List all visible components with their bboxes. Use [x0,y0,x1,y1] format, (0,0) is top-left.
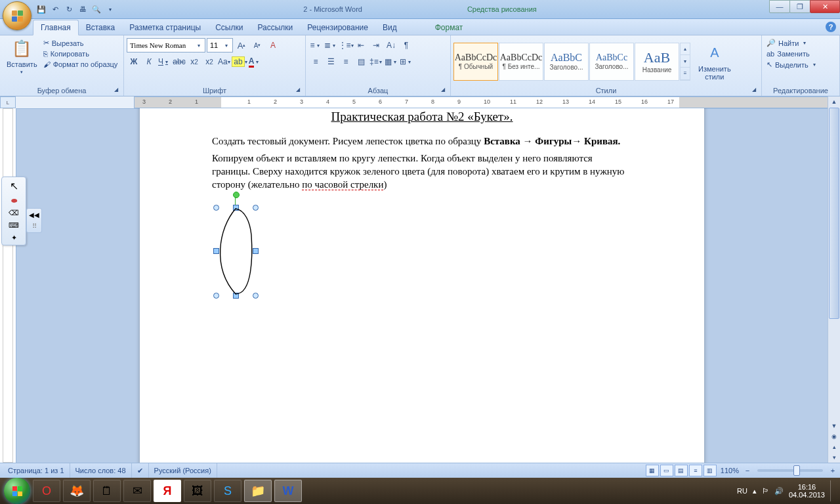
petal-shape[interactable] [212,196,264,307]
view-draft[interactable]: ▥ [704,465,717,476]
tab-home[interactable]: Главная [33,20,79,35]
tab-view[interactable]: Вид [375,20,404,35]
tray-lang[interactable]: RU [737,487,747,495]
clear-format-button[interactable]: A [266,38,280,52]
task-opera[interactable]: O [33,480,60,502]
decrease-indent-button[interactable]: ⇤ [354,38,368,52]
style-title[interactable]: AaBНазвание [635,43,679,81]
find-button[interactable]: 🔎Найти▾ [765,38,810,48]
tab-format[interactable]: Формат [428,20,471,35]
task-firefox[interactable]: 🦊 [63,480,91,502]
view-print-layout[interactable]: ▦ [646,465,659,476]
task-word[interactable]: W [274,480,302,502]
brush-tool-icon[interactable]: ⬬ [11,196,17,205]
status-page[interactable]: Страница: 1 из 1 [3,463,70,478]
tab-review[interactable]: Рецензирование [300,20,375,35]
line-spacing-button[interactable]: ‡≡▾ [369,54,383,69]
qat-preview-icon[interactable]: 🔍 [91,3,102,15]
qat-undo-icon[interactable]: ↶ [49,3,61,15]
view-web[interactable]: ▤ [675,465,688,476]
font-size-combo[interactable]: 11▾ [207,38,233,52]
italic-button[interactable]: К [142,54,156,69]
shrink-font-button[interactable]: A▾ [250,38,264,52]
scroll-down-icon[interactable]: ▼ [828,421,840,431]
vertical-scrollbar[interactable]: ▲ ▼ ◉ ▴ ▾ [828,96,840,463]
style-nospacing[interactable]: AaBbCcDc¶ Без инте... [499,43,543,81]
styles-gallery[interactable]: AaBbCcDc¶ Обычный AaBbCcDc¶ Без инте... … [453,43,690,81]
shading-button[interactable]: ▦▾ [384,54,398,69]
selected-shape[interactable] [212,196,632,327]
highlight-button[interactable]: ab▾ [232,54,247,69]
font-name-combo[interactable]: Times New Roman▾ [127,38,205,52]
replace-button[interactable]: abЗаменить [765,49,812,58]
style-heading1[interactable]: AaBbCЗаголово... [544,43,589,81]
qat-more-icon[interactable]: ▾ [104,3,116,15]
tab-layout[interactable]: Разметка страницы [122,20,208,35]
zoom-thumb[interactable] [793,465,800,476]
floating-side-toolbar[interactable]: ◀◀ ⠿ [26,208,42,233]
superscript-button[interactable]: x2 [202,54,217,69]
cut-button[interactable]: ✂Вырезать [41,38,120,48]
clipboard-launcher-icon[interactable]: ◢ [113,87,119,93]
format-painter-button[interactable]: 🖌Формат по образцу [41,60,120,69]
align-left-button[interactable]: ≡ [308,54,323,69]
qat-print-icon[interactable]: 🖶 [77,3,89,15]
justify-button[interactable]: ▤ [354,54,368,69]
status-words[interactable]: Число слов: 48 [70,463,132,478]
show-desktop-button[interactable] [830,480,836,501]
multilevel-button[interactable]: ⋮≡▾ [339,38,353,52]
sort-button[interactable]: A↓ [384,38,398,52]
style-heading2[interactable]: AaBbCcЗаголово... [589,43,634,81]
browse-object-icon[interactable]: ◉ [828,431,840,442]
change-case-button[interactable]: Aa▾ [217,54,232,69]
tab-mailings[interactable]: Рассылки [250,20,300,35]
increase-indent-button[interactable]: ⇥ [369,38,383,52]
font-color-button[interactable]: A▾ [247,54,262,69]
horizontal-ruler[interactable]: 321 123 456 789 101112 131415 1617 [16,96,828,109]
task-explorer[interactable]: 📁 [244,480,272,502]
zoom-in-button[interactable]: + [828,467,837,474]
bold-button[interactable]: Ж [127,54,141,69]
view-outline[interactable]: ≡ [689,465,702,476]
ruler-corner[interactable]: L [0,96,16,108]
zoom-value[interactable]: 110% [721,467,739,474]
align-right-button[interactable]: ≡ [339,54,353,69]
task-calc[interactable]: 🗒 [93,480,121,502]
vertical-ruler[interactable] [0,108,16,463]
copy-button[interactable]: ⎘Копировать [41,49,120,58]
bullets-button[interactable]: ≡▾ [308,38,323,52]
help-button[interactable]: ? [826,22,836,32]
numbering-button[interactable]: ≣▾ [324,38,338,52]
strike-button[interactable]: abc [172,54,186,69]
keyboard-tool-icon[interactable]: ⌨ [9,221,19,230]
next-page-icon[interactable]: ▾ [828,452,840,463]
status-spell[interactable]: ✔ [132,463,149,478]
tray-flag-icon[interactable]: 🏳 [762,487,769,495]
align-center-button[interactable]: ☰ [324,54,338,69]
qat-save-icon[interactable]: 💾 [35,3,47,15]
page[interactable]: Практическая работа №2 «Букет». Создать … [140,108,704,463]
tab-insert[interactable]: Вставка [79,20,123,35]
maximize-button[interactable]: ❐ [789,0,810,13]
tray-clock[interactable]: 16:16 04.04.2013 [789,483,825,499]
collapse-icon[interactable]: ◀◀ [29,211,39,219]
borders-button[interactable]: ⊞▾ [399,54,413,69]
office-button[interactable] [3,1,32,30]
font-launcher-icon[interactable]: ◢ [295,87,301,93]
paste-button[interactable]: 📋 Вставить ▾ [3,37,41,76]
minimize-button[interactable]: — [769,0,790,13]
pointer-tool-icon[interactable]: ↖ [10,180,18,192]
zoom-slider[interactable] [757,469,823,472]
tab-references[interactable]: Ссылки [208,20,250,35]
start-button[interactable] [4,478,30,504]
tray-volume-icon[interactable]: 🔊 [774,487,784,495]
task-image[interactable]: 🖼 [184,480,211,502]
status-language[interactable]: Русский (Россия) [149,463,217,478]
select-button[interactable]: ↖Выделить▾ [765,60,820,70]
task-yandex[interactable]: Я [154,480,181,502]
task-skype[interactable]: S [214,480,242,502]
scroll-thumb[interactable] [829,108,839,319]
subscript-button[interactable]: x2 [187,54,201,69]
para-launcher-icon[interactable]: ◢ [440,87,446,93]
grow-font-button[interactable]: A▴ [234,38,249,52]
